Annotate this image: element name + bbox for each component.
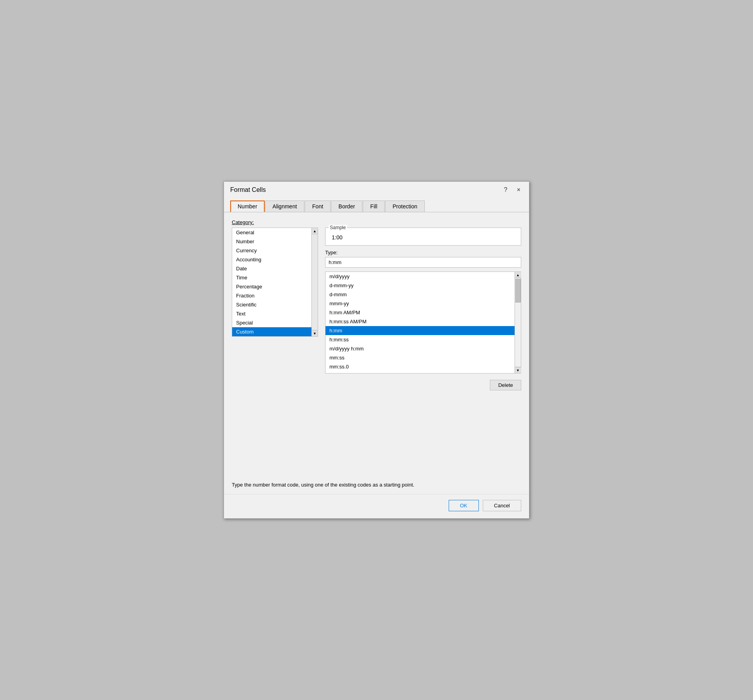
main-area: General Number Currency Accounting Date … <box>232 228 521 475</box>
format-item-hmmss[interactable]: h:mm:ss <box>326 335 515 344</box>
tab-alignment[interactable]: Alignment <box>265 201 304 212</box>
format-item-dmmm-yy[interactable]: d-mmm-yy <box>326 281 515 290</box>
type-section: Type: <box>325 250 521 268</box>
category-item-general[interactable]: General <box>232 228 318 237</box>
format-list: m/d/yyyy d-mmm-yy d-mmm mmm-yy h:mm AM/P… <box>326 272 515 373</box>
tab-number[interactable]: Number <box>230 201 265 212</box>
category-item-number[interactable]: Number <box>232 237 318 246</box>
format-item-at[interactable]: @ <box>326 371 515 373</box>
format-item-dmmm[interactable]: d-mmm <box>326 290 515 299</box>
category-item-percentage[interactable]: Percentage <box>232 282 318 291</box>
scroll-up-arrow[interactable]: ▲ <box>312 228 318 234</box>
delete-button[interactable]: Delete <box>490 380 521 390</box>
format-item-mdyyyy-hmm[interactable]: m/d/yyyy h:mm <box>326 344 515 353</box>
format-item-mmm-yy[interactable]: mmm-yy <box>326 299 515 308</box>
footer: OK Cancel <box>224 494 529 518</box>
sample-label: Sample <box>329 225 347 230</box>
format-list-wrapper: m/d/yyyy d-mmm-yy d-mmm mmm-yy h:mm AM/P… <box>325 272 521 374</box>
category-item-special[interactable]: Special <box>232 318 318 327</box>
format-item-mdyyyy[interactable]: m/d/yyyy <box>326 272 515 281</box>
category-item-date[interactable]: Date <box>232 264 318 273</box>
category-list-container: General Number Currency Accounting Date … <box>232 228 318 337</box>
title-bar: Format Cells ? × <box>224 182 529 194</box>
close-button[interactable]: × <box>515 186 523 194</box>
cancel-button[interactable]: Cancel <box>483 500 521 511</box>
category-item-currency[interactable]: Currency <box>232 246 318 255</box>
format-scrollbar: ▲ ▼ <box>515 272 521 373</box>
format-item-hmm-ampm[interactable]: h:mm AM/PM <box>326 308 515 317</box>
delete-row: Delete <box>325 380 521 390</box>
format-item-hmmss-ampm[interactable]: h:mm:ss AM/PM <box>326 317 515 326</box>
tab-fill[interactable]: Fill <box>363 201 385 212</box>
category-item-scientific[interactable]: Scientific <box>232 300 318 309</box>
category-label: Category: <box>232 219 521 225</box>
dialog-title: Format Cells <box>230 186 266 193</box>
title-bar-left: Format Cells <box>230 186 266 193</box>
title-bar-right: ? × <box>502 186 523 194</box>
tab-border[interactable]: Border <box>331 201 362 212</box>
ok-button[interactable]: OK <box>449 500 479 511</box>
right-panel: Sample 1:00 Type: m/d/yyyy d-mmm-yy d-mm… <box>325 228 521 475</box>
type-label: Type: <box>325 250 521 255</box>
sample-box: Sample 1:00 <box>325 228 521 246</box>
category-item-time[interactable]: Time <box>232 273 318 282</box>
format-item-mmss0[interactable]: mm:ss.0 <box>326 362 515 371</box>
category-list: General Number Currency Accounting Date … <box>232 228 318 336</box>
category-item-accounting[interactable]: Accounting <box>232 255 318 264</box>
tab-content: Category: General Number Currency Accoun… <box>224 212 529 494</box>
tab-protection[interactable]: Protection <box>385 201 425 212</box>
category-panel: General Number Currency Accounting Date … <box>232 228 318 475</box>
format-scroll-down[interactable]: ▼ <box>515 367 521 373</box>
category-scrollbar: ▲ ▼ <box>311 228 318 336</box>
category-item-text[interactable]: Text <box>232 309 318 318</box>
format-scroll-thumb <box>515 279 521 303</box>
description-text: Type the number format code, using one o… <box>232 480 521 489</box>
sample-value: 1:00 <box>330 234 516 241</box>
scroll-down-arrow[interactable]: ▼ <box>312 330 318 336</box>
tab-font[interactable]: Font <box>305 201 331 212</box>
format-scroll-up[interactable]: ▲ <box>515 272 521 278</box>
category-item-fraction[interactable]: Fraction <box>232 291 318 300</box>
format-item-hmm[interactable]: h:mm <box>326 326 515 335</box>
format-cells-dialog: Format Cells ? × Number Alignment Font B… <box>224 181 529 519</box>
scroll-track <box>312 234 318 330</box>
help-button[interactable]: ? <box>502 186 510 194</box>
type-input[interactable] <box>325 257 521 268</box>
tabs-bar: Number Alignment Font Border Fill Protec… <box>224 197 529 212</box>
format-item-mmss[interactable]: mm:ss <box>326 353 515 362</box>
category-item-custom[interactable]: Custom <box>232 327 318 336</box>
